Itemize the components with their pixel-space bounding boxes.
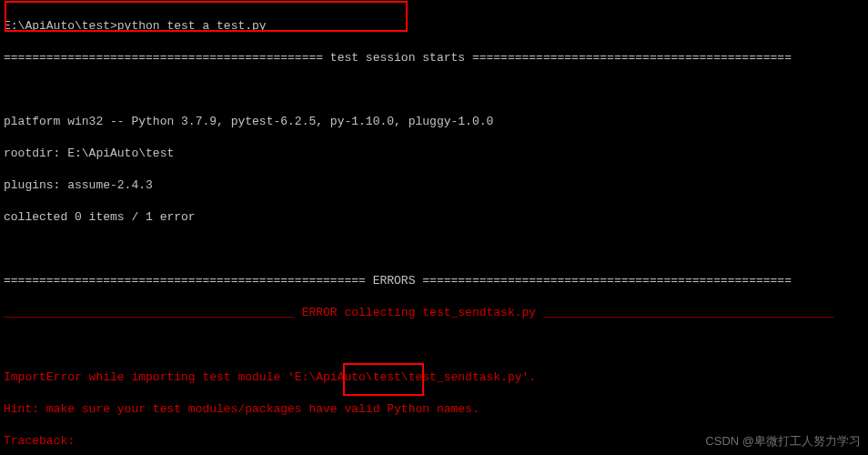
session-header: ========================================… [4, 50, 864, 66]
collected-line: collected 0 items / 1 error [4, 209, 864, 226]
platform-line: platform win32 -- Python 3.7.9, pytest-6… [4, 114, 864, 130]
command-prompt: E:\ApiAuto\test>python test_a_test.py [4, 18, 864, 35]
errors-divider: ========================================… [4, 273, 864, 289]
csdn-watermark: CSDN @卑微打工人努力学习 [705, 433, 861, 450]
hint-line: Hint: make sure your test modules/packag… [4, 401, 864, 418]
rootdir-line: rootdir: E:\ApiAuto\test [4, 146, 864, 162]
error-collecting-header: ________________________________________… [4, 305, 864, 321]
terminal-output: E:\ApiAuto\test>python test_a_test.py ==… [0, 0, 868, 455]
plugins-line: plugins: assume-2.4.3 [4, 177, 864, 194]
import-error-line: ImportError while importing test module … [4, 369, 864, 386]
